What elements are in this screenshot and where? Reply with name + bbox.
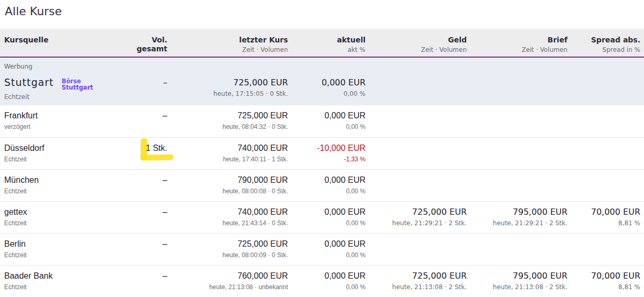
vol-gesamt-cell: – [125,78,167,105]
exchange-cell[interactable]: gettex Echtzeit [4,207,125,233]
aktuell-cell: 0,000 EUR 0,00 % [288,78,366,105]
aktuell-cell: 0,000 EUR 0,00 % [288,239,366,265]
spread-cell [567,239,640,265]
vol-gesamt-cell: – [125,175,167,201]
quote-status: Echtzeit [4,251,125,259]
spread-cell [567,143,640,169]
letzter-kurs-cell: 760,000 EUR heute, 21:13:08 · unbekannt [167,271,288,297]
page-title: Alle Kurse [0,0,644,19]
quote-row-berlin[interactable]: Berlin Echtzeit – 725,000 EUR heute, 08:… [0,233,644,265]
all-quotes-table: Kursquelle Vol. gesamt letzter Kurs Zeit… [0,29,644,297]
quote-status: verzögert [4,123,125,130]
quote-status: Echtzeit [4,188,125,195]
quote-row-muenchen[interactable]: München Echtzeit – 790,000 EUR heute, 08… [0,169,644,201]
geld-cell [366,143,467,169]
quote-status: Echtzeit [4,283,125,291]
spread-cell [567,78,640,105]
vol-gesamt-value: – [125,78,167,87]
exchange-cell[interactable]: Düsseldorf Echtzeit [4,143,125,169]
quote-row-stuttgart[interactable]: Stuttgart Börse Stuttgart Echtzeit – 725… [0,72,644,105]
table-header-row: Kursquelle Vol. gesamt letzter Kurs Zeit… [0,29,644,58]
vol-gesamt-cell: – [125,207,167,233]
col-header-aktuell: aktuell akt % [288,36,366,62]
geld-cell: 725,000 EUR heute, 21:13:08 · 2 Stk. [366,271,467,297]
col-header-vol-gesamt: Vol. gesamt [125,36,167,62]
geld-cell: 725,000 EUR heute, 21:29:21 · 2 Stk. [366,207,467,233]
col-header-spread: Spread abs. Spread in % [567,36,640,62]
quote-status: Echtzeit [4,156,125,163]
col-header-geld: Geld Zeit · Volumen [366,36,467,62]
exchange-name[interactable]: München [4,175,125,185]
exchange-name[interactable]: Baader Bank [4,271,125,281]
exchange-cell[interactable]: Baader Bank Echtzeit [4,271,125,297]
letzter-kurs-cell: 725,000 EUR heute, 17:15:05 · 0 Stk. [167,78,288,105]
letzter-kurs-cell: 725,000 EUR heute, 08:00:09 · 0 Stk. [167,239,288,265]
spread-cell: 70,000 EUR 8,81 % [567,271,640,297]
exchange-name[interactable]: Frankfurt [4,111,125,120]
brief-cell [467,78,567,105]
exchange-cell[interactable]: Berlin Echtzeit [4,239,125,265]
aktuell-value: 0,000 EUR [288,78,366,87]
vol-gesamt-cell: – [125,271,167,297]
exchange-name[interactable]: gettex [4,207,125,217]
aktuell-prozent: 0,00 % [288,90,366,97]
exchange-cell[interactable]: Frankfurt verzögert [4,111,125,137]
quote-row-duesseldorf[interactable]: Düsseldorf Echtzeit 1 Stk. 740,000 EUR h… [0,137,644,169]
exchange-name[interactable]: Stuttgart [4,78,53,87]
quote-row-gettex[interactable]: gettex Echtzeit – 740,000 EUR heute, 21:… [0,201,644,233]
geld-cell [366,111,467,137]
aktuell-cell: 0,000 EUR 0,00 % [288,175,366,201]
spread-cell [567,175,640,201]
aktuell-cell: 0,000 EUR 0,00 % [288,111,366,137]
brief-cell: 795,000 EUR heute, 21:13:08 · 2 Stk. [467,271,567,297]
brief-cell: 795,000 EUR heute, 21:29:21 · 2 Stk. [467,207,567,233]
exchange-name[interactable]: Düsseldorf [4,143,125,153]
letzter-kurs-cell: 790,000 EUR heute, 08:00:08 · 0 Stk. [167,175,288,201]
brief-cell [467,143,567,169]
geld-cell [366,239,467,265]
quote-row-baader-bank[interactable]: Baader Bank Echtzeit – 760,000 EUR heute… [0,265,644,297]
aktuell-cell: 0,000 EUR 0,00 % [288,271,366,297]
quote-status: Echtzeit [4,93,125,101]
aktuell-cell: 0,000 EUR 0,00 % [288,207,366,233]
aktuell-cell: -10,000 EUR -1,33 % [288,143,366,169]
exchange-cell[interactable]: München Echtzeit [4,175,125,201]
vol-gesamt-cell: – [125,111,167,137]
spread-cell: 70,000 EUR 8,81 % [567,207,640,233]
letzter-kurs-value: 725,000 EUR [167,78,288,87]
brief-cell [467,239,567,265]
col-header-letzter-kurs: letzter Kurs Zeit · Volumen [167,36,288,62]
letzter-kurs-zeit-volumen: heute, 17:15:05 · 0 Stk. [167,90,288,97]
spread-cell [567,111,640,137]
quote-row-frankfurt[interactable]: Frankfurt verzögert – 725,000 EUR heute,… [0,105,644,137]
col-header-brief: Brief Zeit · Volumen [467,36,567,62]
geld-cell [366,175,467,201]
boerse-stuttgart-logo[interactable]: Börse Stuttgart [61,78,93,91]
brief-cell [467,111,567,137]
col-header-kursquelle: Kursquelle [4,36,125,62]
letzter-kurs-cell: 725,000 EUR heute, 08:04:32 · 0 Stk. [167,111,288,137]
sponsored-block: Werbung Stuttgart Börse Stuttgart Echtze… [0,58,644,105]
letzter-kurs-cell: 740,000 EUR heute, 17:40:11 · 1 Stk. [167,143,288,169]
letzter-kurs-cell: 740,000 EUR heute, 21:43:14 · 0 Stk. [167,207,288,233]
exchange-cell[interactable]: Stuttgart Börse Stuttgart Echtzeit [4,78,125,105]
vol-gesamt-cell: – [125,239,167,265]
geld-cell [366,78,467,105]
brief-cell [467,175,567,201]
exchange-name[interactable]: Berlin [4,239,125,249]
quote-status: Echtzeit [4,219,125,227]
